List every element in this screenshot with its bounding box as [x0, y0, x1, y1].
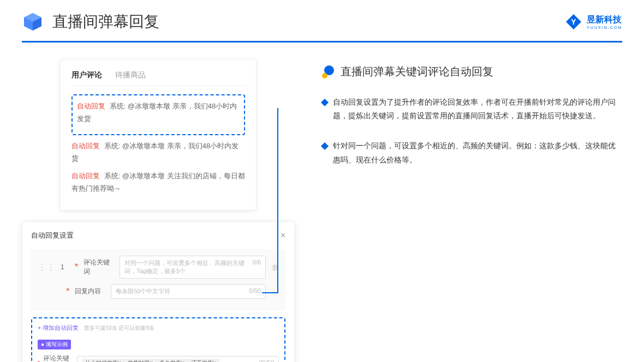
- header: 直播间弹幕回复 Y 昱新科技 YUUXIN.COM: [0, 0, 644, 33]
- required-star: *: [75, 262, 78, 272]
- diamond-icon: [321, 99, 329, 106]
- required-star: *: [66, 287, 69, 297]
- bullet-text: 自动回复设置为了提升作者的评论回复效率，作者可在开播前针对常见的评论用户问题，提…: [333, 95, 622, 123]
- content-label: 回复内容: [75, 287, 105, 296]
- highlighted-comment: 自动回复 系统: @冰墩墩本墩 亲亲，我们48小时内发货: [71, 94, 245, 135]
- tag-container: 什么时候发货×发货时间×多久发货×还不发货× 20/50: [77, 356, 279, 362]
- header-left: 直播间弹幕回复: [22, 11, 159, 33]
- add-link[interactable]: + 增加自动回复: [38, 324, 79, 332]
- comment-row: 自动回复 系统: @冰墩墩本墩 关注我们的店铺，每日都有热门推荐呦～: [71, 170, 245, 195]
- logo: Y 昱新科技 YUUXIN.COM: [565, 13, 622, 31]
- drag-icon[interactable]: ⋮⋮: [38, 262, 55, 273]
- example-keyword-row: * 评论关键词 什么时候发货×发货时间×多久发货×还不发货× 20/50: [38, 354, 279, 362]
- section-title: 直播间弹幕关键词评论自动回复: [341, 64, 493, 79]
- tag-item[interactable]: 发货时间×: [124, 359, 156, 362]
- content-input[interactable]: 每条限50个中文字符 0/50: [111, 284, 266, 299]
- dot-icon: [322, 65, 335, 79]
- left-panel: 用户评论 待播商品 自动回复 系统: @冰墩墩本墩 亲亲，我们48小时内发货 自…: [22, 59, 295, 362]
- logo-cn: 昱新科技: [587, 14, 622, 26]
- page-title: 直播间弹幕回复: [52, 11, 159, 32]
- row-number: 1: [61, 263, 69, 271]
- svg-text:Y: Y: [571, 17, 577, 26]
- counter: 0/6: [253, 259, 261, 275]
- tags: 什么时候发货×发货时间×多久发货×还不发货×: [82, 359, 219, 362]
- example-badge: ● 填写示例: [38, 340, 71, 349]
- tag-item[interactable]: 还不发货×: [188, 359, 219, 362]
- bullet-1: 自动回复设置为了提升作者的评论回复效率，作者可在开播前针对常见的评论用户问题，提…: [322, 95, 622, 123]
- diamond-icon: [321, 142, 329, 150]
- settings-title: 自动回复设置: [31, 231, 74, 240]
- content: 用户评论 待播商品 自动回复 系统: @冰墩墩本墩 亲亲，我们48小时内发货 自…: [0, 43, 644, 362]
- add-subtext: 最多可建10条 还可以创建9条: [84, 325, 154, 331]
- tabs: 用户评论 待播商品: [71, 70, 245, 86]
- connector-line: [262, 108, 278, 293]
- logo-text: 昱新科技 YUUXIN.COM: [587, 14, 622, 29]
- tab-comments[interactable]: 用户评论: [71, 70, 102, 80]
- ex-label: 评论关键词: [43, 354, 74, 362]
- tab-products[interactable]: 待播商品: [115, 70, 146, 80]
- tag-item[interactable]: 多久发货×: [156, 359, 188, 362]
- auto-tag: 自动回复: [71, 172, 100, 180]
- close-icon[interactable]: ×: [281, 231, 285, 240]
- placeholder: 对同一个问题，可设置多个相近、高频的关键词，Tag确定，最多5个: [124, 259, 252, 275]
- auto-tag: 自动回复: [77, 102, 105, 110]
- setting-block: ⋮⋮ 1 * 评论关键词 对同一个问题，可设置多个相近、高频的关键词，Tag确定…: [31, 249, 285, 311]
- setting-row: ⋮⋮ 1 * 评论关键词 对同一个问题，可设置多个相近、高频的关键词，Tag确定…: [38, 256, 279, 279]
- comment-card: 用户评论 待播商品 自动回复 系统: @冰墩墩本墩 亲亲，我们48小时内发货 自…: [60, 59, 257, 210]
- auto-tag: 自动回复: [71, 142, 100, 150]
- settings-header: 自动回复设置 ×: [31, 231, 285, 240]
- logo-icon: Y: [565, 13, 582, 31]
- comment-row: 自动回复 系统: @冰墩墩本墩 亲亲，我们48小时内发货: [77, 100, 240, 125]
- example-box: + 增加自动回复 最多可建10条 还可以创建9条 ● 填写示例 * 评论关键词 …: [31, 317, 285, 362]
- counter: 0/50: [249, 287, 261, 295]
- logo-en: YUUXIN.COM: [587, 26, 622, 29]
- bullet-2: 针对同一个问题，可设置多个相近的、高频的关键词。例如：这款多少钱、这块能优惠吗、…: [322, 139, 622, 166]
- keyword-input[interactable]: 对同一个问题，可设置多个相近、高频的关键词，Tag确定，最多5个 0/6: [120, 256, 266, 279]
- counter: 20/50: [259, 359, 274, 362]
- placeholder: 每条限50个中文字符: [116, 287, 170, 295]
- keyword-label: 评论关键词: [84, 258, 114, 276]
- bullet-text: 针对同一个问题，可设置多个相近的、高频的关键词。例如：这款多少钱、这块能优惠吗、…: [333, 139, 622, 166]
- section-head: 直播间弹幕关键词评论自动回复: [322, 64, 622, 79]
- cube-icon: [22, 11, 44, 33]
- right-panel: 直播间弹幕关键词评论自动回复 自动回复设置为了提升作者的评论回复效率，作者可在开…: [322, 59, 622, 362]
- comment-row: 自动回复 系统: @冰墩墩本墩 亲亲，我们48小时内发货: [71, 140, 245, 165]
- tag-item[interactable]: 什么时候发货×: [82, 359, 124, 362]
- setting-row: * 回复内容 每条限50个中文字符 0/50: [38, 284, 279, 299]
- settings-panel: 自动回复设置 × ⋮⋮ 1 * 评论关键词 对同一个问题，可设置多个相近、高频的…: [22, 221, 295, 362]
